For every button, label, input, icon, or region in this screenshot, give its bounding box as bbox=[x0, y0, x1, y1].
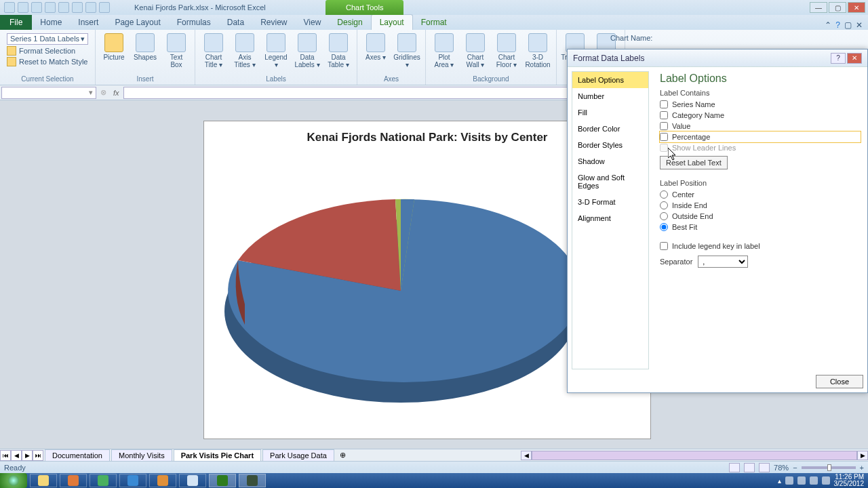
zoom-in-button[interactable]: + bbox=[860, 464, 864, 472]
chart-wall-button[interactable]: Chart Wall ▾ bbox=[461, 32, 490, 70]
sheet-tab-documentation[interactable]: Documentation bbox=[45, 449, 110, 461]
tray-flag-icon[interactable] bbox=[785, 476, 793, 485]
cancel-formula-icon[interactable]: ⊗ bbox=[98, 88, 109, 97]
first-sheet-button[interactable]: ⏮ bbox=[0, 450, 11, 461]
name-box[interactable]: ▾ bbox=[1, 87, 96, 99]
close-button[interactable]: ✕ bbox=[848, 2, 865, 13]
tab-data[interactable]: Data bbox=[219, 15, 252, 30]
legend-button[interactable]: Legend ▾ bbox=[262, 32, 290, 70]
axes-button[interactable]: Axes ▾ bbox=[361, 32, 390, 62]
checkbox-series-name[interactable]: Series Name bbox=[660, 99, 861, 110]
gridlines-button[interactable]: Gridlines ▾ bbox=[393, 32, 421, 70]
new-sheet-icon[interactable]: ⊕ bbox=[334, 451, 351, 460]
tab-view[interactable]: View bbox=[296, 15, 330, 30]
sheet-tab-monthly-visits[interactable]: Monthly Visits bbox=[111, 449, 172, 461]
checkbox-value[interactable]: Value bbox=[660, 121, 861, 131]
checkbox-percentage[interactable]: Percentage bbox=[660, 131, 861, 142]
taskbar-explorer[interactable] bbox=[30, 474, 57, 487]
checkbox-category-name[interactable]: Category Name bbox=[660, 110, 861, 121]
pie-plot[interactable] bbox=[211, 162, 591, 420]
close-workbook-icon[interactable]: ✕ bbox=[856, 20, 863, 30]
zoom-level[interactable]: 78% bbox=[774, 464, 789, 472]
new-icon[interactable] bbox=[58, 2, 69, 13]
taskbar-excel[interactable] bbox=[209, 474, 236, 487]
plot-area-button[interactable]: Plot Area ▾ bbox=[430, 32, 458, 70]
horizontal-scrollbar[interactable] bbox=[532, 451, 857, 460]
next-sheet-button[interactable]: ▶ bbox=[22, 450, 33, 461]
category-alignment[interactable]: Alignment bbox=[572, 210, 648, 226]
category-number[interactable]: Number bbox=[572, 88, 648, 104]
tab-formulas[interactable]: Formulas bbox=[169, 15, 219, 30]
minimize-ribbon-icon[interactable]: ⌃ bbox=[825, 20, 831, 30]
dialog-close-button[interactable]: Close bbox=[816, 375, 863, 388]
system-clock[interactable]: 11:26 PM 3/25/2012 bbox=[834, 474, 865, 487]
chart-title-button[interactable]: Chart Title ▾ bbox=[199, 32, 228, 70]
sheet-tab-park-usage-data[interactable]: Park Usage Data bbox=[262, 449, 334, 461]
tray-volume-icon[interactable] bbox=[822, 476, 830, 485]
taskbar-firefox[interactable] bbox=[60, 474, 87, 487]
print-preview-icon[interactable] bbox=[85, 2, 96, 13]
tab-design[interactable]: Design bbox=[329, 15, 370, 30]
taskbar-calculator[interactable] bbox=[179, 474, 206, 487]
category-border-color[interactable]: Border Color bbox=[572, 121, 648, 137]
prev-sheet-button[interactable]: ◀ bbox=[11, 450, 22, 461]
fx-icon[interactable]: fx bbox=[109, 89, 123, 97]
taskbar-camtasia[interactable] bbox=[239, 474, 266, 487]
show-hidden-icons-button[interactable]: ▴ bbox=[778, 477, 781, 485]
zoom-out-button[interactable]: − bbox=[793, 464, 797, 472]
scroll-right-button[interactable]: ▶ bbox=[857, 451, 868, 460]
view-page-layout-button[interactable] bbox=[744, 463, 755, 472]
checkbox-include-legend-key[interactable]: Include legend key in label bbox=[660, 241, 861, 251]
restore-workbook-icon[interactable]: ▢ bbox=[844, 20, 852, 30]
radio-center[interactable]: Center bbox=[660, 189, 861, 200]
tab-review[interactable]: Review bbox=[252, 15, 295, 30]
category-fill[interactable]: Fill bbox=[572, 104, 648, 121]
chart-floor-button[interactable]: Chart Floor ▾ bbox=[492, 32, 521, 70]
tab-layout[interactable]: Layout bbox=[371, 14, 413, 30]
data-table-button[interactable]: Data Table ▾ bbox=[324, 32, 353, 70]
view-normal-button[interactable] bbox=[729, 463, 740, 472]
picture-button[interactable]: Picture bbox=[100, 32, 128, 62]
category-shadow[interactable]: Shadow bbox=[572, 153, 648, 169]
data-labels-button[interactable]: Data Labels ▾ bbox=[293, 32, 321, 70]
radio-inside-end[interactable]: Inside End bbox=[660, 200, 861, 211]
taskbar-media-player[interactable] bbox=[149, 474, 176, 487]
shapes-button[interactable]: Shapes bbox=[131, 32, 159, 62]
help-icon[interactable]: ? bbox=[835, 20, 840, 30]
taskbar-ie[interactable] bbox=[119, 474, 146, 487]
chart-element-selector[interactable]: Series 1 Data Labels▾ bbox=[7, 33, 88, 45]
save-icon[interactable] bbox=[18, 2, 28, 13]
undo-icon[interactable] bbox=[31, 2, 42, 13]
category-glow[interactable]: Glow and Soft Edges bbox=[572, 169, 648, 194]
zoom-slider[interactable] bbox=[802, 466, 856, 469]
sheet-tab-park-visits-pie-chart[interactable]: Park Visits Pie Chart bbox=[174, 449, 261, 461]
tray-power-icon[interactable] bbox=[797, 476, 806, 485]
category-border-styles[interactable]: Border Styles bbox=[572, 137, 648, 153]
category-label-options[interactable]: Label Options bbox=[572, 72, 648, 88]
format-selection-button[interactable]: Format Selection bbox=[7, 46, 88, 56]
maximize-button[interactable]: ▢ bbox=[829, 2, 846, 13]
last-sheet-button[interactable]: ⏭ bbox=[33, 450, 43, 461]
view-page-break-button[interactable] bbox=[759, 463, 770, 472]
radio-best-fit[interactable]: Best Fit bbox=[660, 222, 861, 232]
textbox-button[interactable]: Text Box bbox=[162, 32, 191, 70]
tab-page-layout[interactable]: Page Layout bbox=[106, 15, 168, 30]
category-3d-format[interactable]: 3-D Format bbox=[572, 194, 648, 210]
qat-customize-icon[interactable] bbox=[99, 2, 110, 13]
tab-insert[interactable]: Insert bbox=[70, 15, 106, 30]
radio-outside-end[interactable]: Outside End bbox=[660, 211, 861, 222]
separator-select[interactable]: , bbox=[698, 256, 748, 268]
start-button[interactable] bbox=[0, 473, 27, 488]
tab-home[interactable]: Home bbox=[32, 15, 70, 30]
taskbar-chrome[interactable] bbox=[90, 474, 117, 487]
open-icon[interactable] bbox=[72, 2, 83, 13]
axis-titles-button[interactable]: Axis Titles ▾ bbox=[231, 32, 259, 70]
scroll-left-button[interactable]: ◀ bbox=[521, 451, 532, 460]
dialog-help-icon[interactable]: ? bbox=[831, 53, 846, 64]
tray-network-icon[interactable] bbox=[810, 476, 818, 485]
minimize-button[interactable]: — bbox=[810, 2, 827, 13]
tab-format[interactable]: Format bbox=[413, 15, 455, 30]
rotation-button[interactable]: 3-D Rotation bbox=[524, 32, 552, 70]
reset-style-button[interactable]: Reset to Match Style bbox=[7, 57, 88, 66]
dialog-close-icon[interactable]: ✕ bbox=[847, 53, 862, 64]
